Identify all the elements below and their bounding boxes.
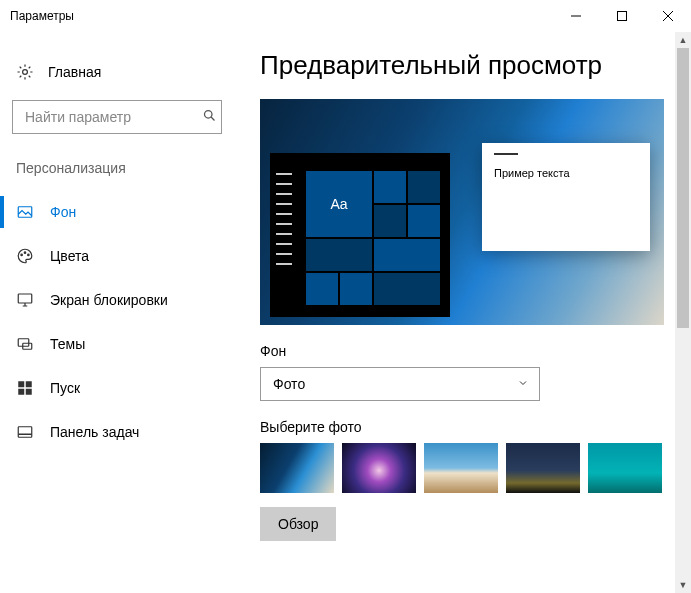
background-dropdown-value: Фото xyxy=(273,376,305,392)
photo-thumb-3[interactable] xyxy=(424,443,498,493)
start-icon xyxy=(16,379,34,397)
main-content: Предварительный просмотр Aa Приме xyxy=(240,32,691,593)
search-input[interactable] xyxy=(23,108,202,126)
monitor-icon xyxy=(16,291,34,309)
svg-rect-8 xyxy=(18,339,29,347)
browse-button-label: Обзор xyxy=(278,516,318,532)
svg-point-4 xyxy=(21,254,23,256)
svg-rect-0 xyxy=(618,12,627,21)
svg-rect-14 xyxy=(18,427,32,438)
section-header: Персонализация xyxy=(0,152,240,190)
photo-thumbnails xyxy=(260,443,665,493)
sidebar-item-background[interactable]: Фон xyxy=(0,190,240,234)
sidebar-item-label: Цвета xyxy=(50,248,89,264)
desktop-preview: Aa Пример текста xyxy=(260,99,664,325)
svg-rect-7 xyxy=(18,294,32,303)
choose-photo-label: Выберите фото xyxy=(260,419,665,435)
maximize-button[interactable] xyxy=(599,0,645,32)
svg-rect-11 xyxy=(26,381,32,387)
sidebar-item-taskbar[interactable]: Панель задач xyxy=(0,410,240,454)
preview-sample-window: Пример текста xyxy=(482,143,650,251)
sidebar-item-label: Экран блокировки xyxy=(50,292,168,308)
svg-point-5 xyxy=(24,252,26,254)
sidebar-item-colors[interactable]: Цвета xyxy=(0,234,240,278)
photo-thumb-5[interactable] xyxy=(588,443,662,493)
svg-point-1 xyxy=(23,70,28,75)
image-icon xyxy=(16,203,34,221)
themes-icon xyxy=(16,335,34,353)
home-nav-item[interactable]: Главная xyxy=(0,50,240,94)
svg-rect-10 xyxy=(18,381,24,387)
background-dropdown[interactable]: Фото xyxy=(260,367,540,401)
vertical-scrollbar[interactable]: ▲ ▼ xyxy=(675,32,691,593)
preview-start-menu: Aa xyxy=(270,153,450,317)
gear-icon xyxy=(16,63,34,81)
titlebar: Параметры xyxy=(0,0,691,32)
sidebar-item-label: Темы xyxy=(50,336,85,352)
window-title: Параметры xyxy=(10,9,74,23)
sidebar-item-label: Панель задач xyxy=(50,424,139,440)
sidebar-item-lockscreen[interactable]: Экран блокировки xyxy=(0,278,240,322)
svg-rect-12 xyxy=(18,389,24,395)
sidebar-item-label: Пуск xyxy=(50,380,80,396)
photo-thumb-2[interactable] xyxy=(342,443,416,493)
chevron-down-icon xyxy=(517,376,529,392)
svg-point-2 xyxy=(205,111,213,119)
preview-tile-aa: Aa xyxy=(306,171,372,237)
page-title: Предварительный просмотр xyxy=(260,50,665,81)
home-label: Главная xyxy=(48,64,101,80)
minimize-button[interactable] xyxy=(553,0,599,32)
sidebar-item-label: Фон xyxy=(50,204,76,220)
svg-rect-13 xyxy=(26,389,32,395)
scroll-up-arrow[interactable]: ▲ xyxy=(675,32,691,48)
photo-thumb-4[interactable] xyxy=(506,443,580,493)
browse-button[interactable]: Обзор xyxy=(260,507,336,541)
sidebar-item-themes[interactable]: Темы xyxy=(0,322,240,366)
photo-thumb-1[interactable] xyxy=(260,443,334,493)
svg-point-6 xyxy=(28,254,30,256)
search-input-wrap[interactable] xyxy=(12,100,222,134)
search-icon xyxy=(202,108,217,126)
palette-icon xyxy=(16,247,34,265)
background-label: Фон xyxy=(260,343,665,359)
sidebar-item-start[interactable]: Пуск xyxy=(0,366,240,410)
sidebar: Главная Персонализация Фон Цвета xyxy=(0,32,240,593)
close-button[interactable] xyxy=(645,0,691,32)
taskbar-icon xyxy=(16,423,34,441)
scrollbar-thumb[interactable] xyxy=(677,48,689,328)
preview-sample-text: Пример текста xyxy=(494,167,570,179)
scroll-down-arrow[interactable]: ▼ xyxy=(675,577,691,593)
